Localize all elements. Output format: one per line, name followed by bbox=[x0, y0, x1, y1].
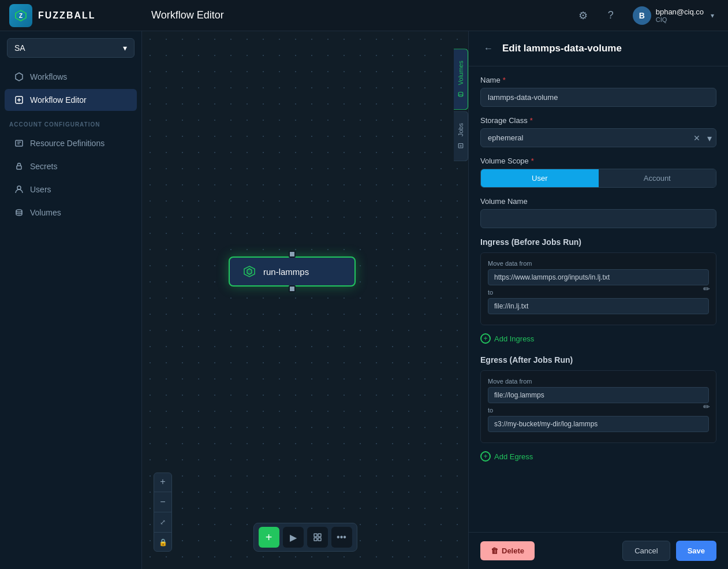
panel-title: Edit lammps-data-volume bbox=[502, 43, 622, 54]
svg-point-5 bbox=[17, 186, 21, 189]
tab-jobs[interactable]: Jobs bbox=[454, 111, 468, 161]
node-icon bbox=[241, 263, 257, 280]
volume-name-field-group: Volume Name bbox=[480, 197, 716, 228]
cancel-button[interactable]: Cancel bbox=[622, 541, 670, 561]
sidebar-item-label: Secrets bbox=[30, 162, 57, 171]
svg-point-6 bbox=[16, 210, 22, 212]
ingress-from-label: Move data from bbox=[488, 260, 709, 267]
grid-button[interactable] bbox=[307, 527, 328, 548]
scope-account-button[interactable]: Account bbox=[599, 169, 716, 187]
secrets-icon bbox=[14, 161, 24, 172]
sidebar: SA ▾ Workflows Workflow Edi bbox=[0, 31, 142, 569]
sidebar-item-label: Users bbox=[30, 185, 51, 194]
more-options-button[interactable]: ••• bbox=[331, 527, 352, 548]
workspace-label: SA bbox=[14, 43, 25, 53]
resource-definitions-icon bbox=[14, 138, 24, 148]
sidebar-item-label: Resource Definitions bbox=[30, 139, 104, 148]
delete-button[interactable]: 🗑 Delete bbox=[480, 541, 535, 560]
users-icon bbox=[14, 184, 24, 195]
sidebar-item-users[interactable]: Users bbox=[5, 178, 137, 200]
user-info: bphan@ciq.co CIQ bbox=[656, 8, 704, 23]
zoom-divider bbox=[154, 512, 171, 512]
zoom-divider bbox=[154, 532, 171, 533]
footer-right-actions: Cancel Save bbox=[622, 541, 716, 561]
add-egress-icon: + bbox=[480, 451, 491, 462]
user-menu[interactable]: B bphan@ciq.co CIQ ▾ bbox=[628, 4, 719, 27]
svg-rect-4 bbox=[17, 166, 21, 169]
ingress-section: Ingress (Before Jobs Run) Move data from… bbox=[480, 237, 716, 346]
panel-header: ← Edit lammps-data-volume bbox=[469, 31, 728, 66]
add-node-button[interactable]: + bbox=[259, 527, 279, 548]
logo-area: Z FUZZBALL bbox=[9, 4, 151, 27]
egress-from-value: file://log.lammps bbox=[488, 387, 709, 403]
storage-class-label: Storage Class * bbox=[480, 116, 716, 125]
zoom-controls: + − ⤢ 🔒 bbox=[154, 473, 172, 552]
volume-scope-toggle-group: User Account bbox=[480, 169, 716, 188]
user-avatar: B bbox=[633, 6, 651, 25]
volume-name-input[interactable] bbox=[480, 209, 716, 228]
name-input[interactable] bbox=[480, 88, 716, 107]
zoom-in-button[interactable]: + bbox=[154, 473, 171, 490]
save-button[interactable]: Save bbox=[676, 541, 716, 561]
egress-edit-button[interactable]: ✏ bbox=[703, 402, 710, 411]
tab-volumes[interactable]: Volumes bbox=[454, 49, 468, 110]
run-button[interactable]: ▶ bbox=[283, 527, 304, 548]
ingress-from-value: https://www.lammps.org/inputs/in.lj.txt bbox=[488, 269, 709, 285]
config-nav-items: Resource Definitions Secrets bbox=[0, 131, 141, 225]
nav-items: Workflows Workflow Editor bbox=[0, 65, 141, 112]
name-field-group: Name * bbox=[480, 76, 716, 107]
sidebar-item-resource-definitions[interactable]: Resource Definitions bbox=[5, 132, 137, 154]
sidebar-item-volumes[interactable]: Volumes bbox=[5, 202, 137, 224]
chevron-down-icon: ▾ bbox=[711, 12, 714, 20]
panel-content: Name * Storage Class * ephemeral ✕ ▾ bbox=[469, 66, 728, 532]
workspace-selector[interactable]: SA ▾ bbox=[7, 38, 135, 58]
volumes-icon bbox=[14, 207, 24, 218]
sidebar-item-label: Volumes bbox=[30, 208, 61, 217]
panel-back-button[interactable]: ← bbox=[480, 40, 496, 57]
storage-class-field-group: Storage Class * ephemeral ✕ ▾ bbox=[480, 116, 716, 147]
egress-to-value: s3://my-bucket/my-dir/log.lammps bbox=[488, 416, 709, 432]
panel-footer: 🗑 Delete Cancel Save bbox=[469, 532, 728, 569]
add-egress-button[interactable]: + Add Egress bbox=[480, 449, 533, 464]
node-handle-top[interactable] bbox=[289, 251, 296, 258]
volume-scope-label: Volume Scope * bbox=[480, 157, 716, 165]
user-org: CIQ bbox=[656, 16, 704, 23]
trash-icon: 🗑 bbox=[491, 546, 498, 555]
sidebar-item-secrets[interactable]: Secrets bbox=[5, 155, 137, 177]
zoom-out-button[interactable]: − bbox=[154, 493, 171, 511]
storage-class-select[interactable]: ephemeral bbox=[480, 128, 716, 147]
egress-to-label: to bbox=[488, 407, 709, 414]
sidebar-item-label: Workflow Editor bbox=[30, 95, 87, 105]
main-layout: SA ▾ Workflows Workflow Edi bbox=[0, 31, 728, 569]
logo-icon: Z bbox=[9, 4, 32, 27]
help-icon-button[interactable]: ? bbox=[600, 5, 621, 26]
lock-button[interactable]: 🔒 bbox=[154, 534, 171, 551]
egress-from-label: Move data from bbox=[488, 378, 709, 385]
svg-rect-10 bbox=[318, 534, 321, 537]
sidebar-item-workflows[interactable]: Workflows bbox=[5, 66, 137, 88]
canvas-toolbar: + ▶ ••• bbox=[253, 523, 357, 552]
right-tabs: Volumes Jobs bbox=[454, 49, 468, 161]
add-ingress-button[interactable]: + Add Ingress bbox=[480, 331, 534, 346]
sidebar-item-workflow-editor[interactable]: Workflow Editor bbox=[5, 89, 137, 111]
workflow-editor-icon bbox=[14, 95, 24, 105]
node-handle-bottom[interactable] bbox=[289, 285, 296, 292]
workflows-icon bbox=[14, 72, 24, 82]
select-clear-button[interactable]: ✕ bbox=[693, 133, 700, 143]
ingress-to-value: file://in.lj.txt bbox=[488, 298, 709, 314]
canvas-node[interactable]: run-lammps bbox=[229, 251, 356, 292]
required-star: * bbox=[531, 157, 534, 165]
chevron-down-icon: ▾ bbox=[123, 43, 127, 53]
volume-scope-field-group: Volume Scope * User Account bbox=[480, 157, 716, 188]
required-star: * bbox=[503, 76, 506, 84]
svg-rect-12 bbox=[318, 538, 321, 541]
settings-icon-button[interactable]: ⚙ bbox=[573, 5, 593, 26]
svg-point-7 bbox=[458, 95, 463, 96]
svg-rect-9 bbox=[314, 534, 317, 537]
fit-button[interactable]: ⤢ bbox=[154, 514, 171, 531]
scope-user-button[interactable]: User bbox=[481, 169, 599, 187]
node-body[interactable]: run-lammps bbox=[229, 256, 356, 287]
ingress-edit-button[interactable]: ✏ bbox=[703, 284, 710, 293]
user-email: bphan@ciq.co bbox=[656, 8, 704, 16]
canvas-area[interactable]: run-lammps Volumes Jobs + − bbox=[142, 31, 468, 569]
